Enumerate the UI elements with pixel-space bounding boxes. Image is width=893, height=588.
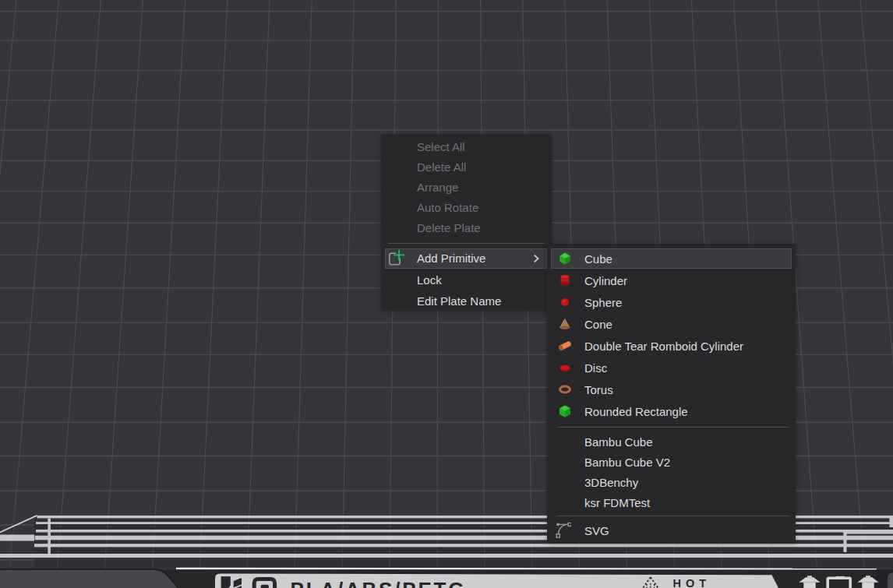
svg-text:PLA/ABS/PETG: PLA/ABS/PETG	[291, 578, 467, 588]
svg-text:HOT: HOT	[673, 577, 711, 588]
